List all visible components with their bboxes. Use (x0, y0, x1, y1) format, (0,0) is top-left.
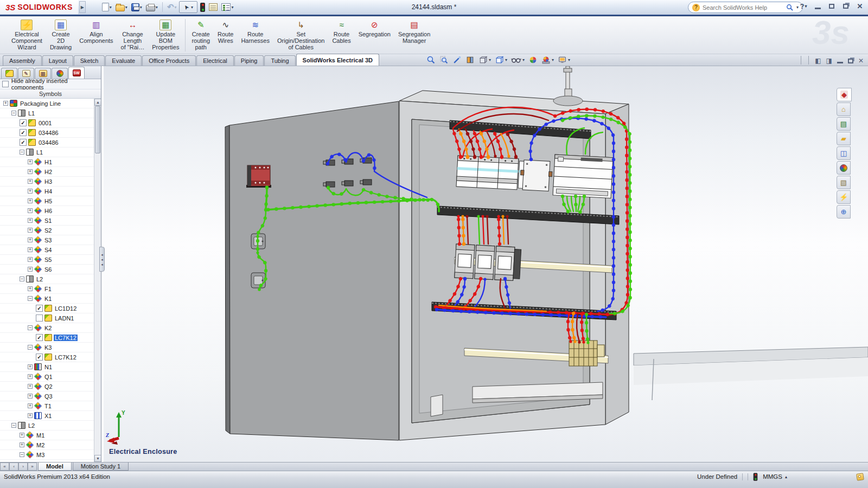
route-cables-button[interactable]: ≈Route Cables (328, 19, 354, 44)
save-button[interactable]: ▾ (130, 1, 143, 13)
zoom-to-area-button[interactable] (439, 55, 449, 65)
tree-row-h2[interactable]: +H2 (0, 167, 94, 177)
tree-row-k2[interactable]: −K2 (0, 323, 94, 333)
cascade-button[interactable] (841, 2, 851, 10)
tag-icon[interactable] (856, 473, 864, 481)
graphics-viewport[interactable]: Y Z Electrical Enclosure (104, 66, 868, 462)
tree-item-label[interactable]: H1 (43, 159, 53, 165)
tree-expander[interactable]: + (28, 403, 33, 408)
command-tab-layout[interactable]: Layout (42, 55, 73, 66)
help-button[interactable]: ?▾ (799, 2, 808, 10)
task-pane-tab-design-library[interactable]: ▤ (837, 117, 851, 131)
component-checkbox[interactable]: ✓ (20, 119, 27, 126)
command-tab-electrical[interactable]: Electrical (196, 55, 234, 66)
restore-button[interactable] (827, 2, 837, 10)
tree-expander[interactable]: + (28, 228, 33, 233)
tree-expander[interactable]: + (28, 218, 33, 223)
task-pane-tab-home[interactable]: ⌂ (837, 102, 851, 116)
scroll-up-button[interactable]: ▲ (94, 99, 101, 106)
tree-item-label[interactable]: T1 (43, 403, 53, 409)
route-wires-button[interactable]: ∿Route Wires (214, 19, 237, 44)
hide-show-items-button[interactable]: ▾ (510, 55, 525, 65)
tree-expander[interactable]: + (28, 208, 33, 213)
search-icon[interactable] (786, 4, 793, 11)
undo-button[interactable]: ↶▾ (166, 1, 178, 13)
apply-scene-button[interactable]: ▾ (541, 55, 554, 65)
scroll-last-tab-button[interactable]: » (28, 463, 37, 471)
component-checkbox[interactable]: ✓ (20, 139, 27, 146)
tree-expander[interactable]: + (28, 189, 33, 194)
command-tab-tubing[interactable]: Tubing (264, 55, 295, 66)
tab-property-manager[interactable]: ✎ (18, 68, 34, 79)
tree-expander[interactable]: − (11, 423, 16, 428)
command-tab-office-products[interactable]: Office Products (142, 55, 196, 66)
tree-row-f1[interactable]: +F1 (0, 284, 94, 294)
tree-item-label[interactable]: S3 (43, 237, 53, 243)
command-tab-piping[interactable]: Piping (234, 55, 264, 66)
tree-item-label[interactable]: L2 (27, 422, 36, 429)
component-checkbox[interactable]: ✓ (36, 334, 43, 341)
tree-item-label[interactable]: F1 (43, 286, 53, 292)
scrollbar-thumb[interactable] (95, 106, 100, 153)
set-origin-destination-button[interactable]: ↳Set Origin/Destination of Cables (273, 19, 328, 51)
tree-row-t1[interactable]: +T1 (0, 401, 94, 411)
scroll-down-button[interactable]: ▼ (94, 455, 101, 462)
tree-item-label[interactable]: H3 (43, 178, 53, 185)
tree-item-label[interactable]: L2 (35, 276, 44, 282)
tree-row-h5[interactable]: +H5 (0, 196, 94, 206)
tree-expander[interactable]: + (28, 237, 33, 242)
tree-row-m3[interactable]: −M3 (0, 450, 94, 460)
tree-item-label[interactable]: K2 (43, 325, 53, 331)
tree-expander[interactable]: + (28, 374, 33, 379)
command-tab-solidworks-electrical-3d[interactable]: SolidWorks Electrical 3D (296, 54, 379, 66)
tree-row-l2[interactable]: −L2 (0, 421, 94, 431)
tree-row-s4[interactable]: +S4 (0, 245, 94, 255)
tree-item-label[interactable]: L1 (35, 149, 44, 156)
tree-row-q1[interactable]: +Q1 (0, 372, 94, 382)
tree-row-h3[interactable]: +H3 (0, 177, 94, 187)
tree-item-label[interactable]: S4 (43, 247, 53, 253)
tree-item-label[interactable]: Q1 (43, 374, 54, 380)
component-checkbox[interactable]: ✓ (20, 129, 27, 136)
view-orientation-button[interactable]: ▾ (478, 55, 492, 65)
tree-row-034486[interactable]: ✓034486 (0, 128, 94, 138)
tree-expander[interactable]: + (28, 198, 33, 203)
tree-expander[interactable]: − (20, 452, 24, 457)
tree-item-label[interactable]: K1 (43, 296, 53, 302)
tree-item-label[interactable]: H6 (43, 208, 53, 214)
tree-expander[interactable]: + (20, 433, 24, 438)
tree-item-label[interactable]: S2 (43, 227, 53, 234)
tree-expander[interactable]: + (28, 267, 33, 272)
component-checkbox[interactable]: ✓ (36, 305, 43, 312)
tree-item-label[interactable]: M3 (35, 452, 46, 458)
task-pane-tab-file-explorer[interactable]: ▰ (837, 132, 851, 145)
tree-row-x1[interactable]: +X1 (0, 411, 94, 421)
scroll-prev-tab-button[interactable]: ‹ (9, 463, 18, 471)
tree-row-l1[interactable]: −L1 (0, 108, 94, 118)
tree-item-label[interactable]: H5 (43, 198, 53, 204)
tree-expander[interactable]: + (28, 179, 33, 184)
change-length-button[interactable]: ↔Change Length of "Rai… (117, 19, 149, 51)
task-pane-tab-property-inspector[interactable]: ⊕ (837, 205, 851, 219)
tree-row-k3[interactable]: −K3 (0, 343, 94, 352)
tab-feature-manager[interactable] (1, 68, 17, 79)
tree-row-s2[interactable]: +S2 (0, 226, 94, 235)
component-checkbox[interactable] (36, 314, 43, 322)
tree-row-lc1d12[interactable]: ✓LC1D12 (0, 304, 94, 313)
tree-row-s5[interactable]: +S5 (0, 255, 94, 265)
display-style-button[interactable]: ▾ (494, 55, 508, 65)
file-properties-button[interactable] (208, 1, 219, 13)
tree-item-label[interactable]: M1 (35, 432, 46, 439)
tree-item-label[interactable]: 034486 (37, 139, 60, 146)
route-harnesses-button[interactable]: ≋Route Harnesses (237, 19, 273, 44)
tree-row-m2[interactable]: +M2 (0, 440, 94, 450)
tree-row-s1[interactable]: +S1 (0, 216, 94, 226)
tree-expander[interactable]: − (20, 150, 24, 155)
tree-row-lc7k12[interactable]: ✓LC7K12 (0, 352, 94, 362)
tree-expander[interactable]: − (11, 111, 16, 115)
tree-expander[interactable]: + (28, 394, 33, 399)
tree-expander[interactable]: + (28, 169, 33, 174)
units-selector[interactable]: MMGS▴ (763, 473, 787, 480)
tree-row-n1[interactable]: +N1 (0, 362, 94, 372)
command-tab-evaluate[interactable]: Evaluate (105, 55, 142, 66)
